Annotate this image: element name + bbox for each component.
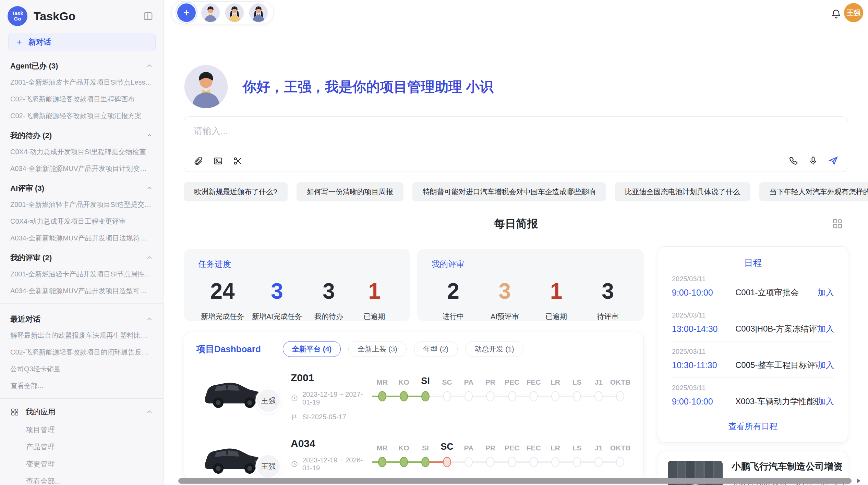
milestone: KO [393,373,414,401]
milestone-label: MR [376,373,388,386]
sidebar-item[interactable]: A034-全新新能源MUV产品开发项目计划变更表编写 [0,160,164,177]
stat-label: 新增AI完成任务 [252,312,302,321]
sidebar-item[interactable]: C02-飞腾新能源轻客改款项目里程碑画布 [0,91,164,108]
milestone-label: PEC [505,373,519,386]
flag-icon [291,413,298,421]
milestone-label: SC [441,438,454,452]
attach-file-icon[interactable] [193,156,203,166]
new-chat-button[interactable]: 新对话 [8,33,156,51]
project-code[interactable]: A034 [291,438,371,449]
sidebar-section-header[interactable]: 最近对话 [0,308,164,327]
milestone-label: LS [572,373,582,386]
suggestion-chip[interactable]: 特朗普可能对进口汽车增税会对中国车企造成哪些影响 [412,182,606,201]
add-conversation-button[interactable] [177,3,196,22]
sidebar-section-header[interactable]: AI评审 (3) [0,177,164,196]
sidebar-item[interactable]: Z001-全新燃油轻卡产品开发项目SI节点属性5D文件评审 [0,266,164,283]
join-meeting-link[interactable]: 加入 [818,323,834,334]
stat: 3 新增AI完成任务 [252,280,302,321]
milestone-dot [421,391,430,401]
send-icon[interactable] [828,155,839,166]
sidebar-item[interactable]: C02-飞腾新能源轻客改款项目的闭环通告反馈情况 [0,344,164,361]
project-code[interactable]: Z001 [291,372,371,384]
dashboard-filter[interactable]: 年型 (2) [414,341,458,357]
sidebar-item[interactable]: Z001-全新燃油皮卡产品开发项目SI节点Lesson Learn报告 [0,74,164,91]
milestone-label: PA [464,438,473,452]
horizontal-scrollbar[interactable] [178,478,852,484]
sidebar-subitem[interactable]: 变更管理 [0,456,164,473]
milestone: OKTB [610,438,631,467]
sidebar-subitem[interactable]: 查看全部... [0,473,164,485]
app-title: TaskGo [34,10,137,23]
stat-value: 3 [589,280,627,303]
avatar[interactable] [201,3,220,22]
sidebar-item[interactable]: A034-全新新能源MUV产品开发项目造型可行性评审 [0,283,164,299]
stat: 1 已逾期 [538,280,575,321]
sidebar-item[interactable]: C02-飞腾新能源轻客改款项目立项汇报方案 [0,108,164,124]
clock-icon [291,395,298,402]
schedule-item: 2025/03/11 9:00-10:00 C001-立项审批会 加入 [672,269,834,305]
briefing-stat-cards: 任务进度 24 新增完成任务 3 新增AI完成任务 3 我的待办 1 已逾期 我… [184,249,644,321]
suggestion-chip[interactable]: 比亚迪全固态电池计划具体说了什么 [615,182,750,201]
microphone-icon[interactable] [808,156,818,166]
sidebar-item[interactable]: Z001-全新燃油轻卡产品开发项目SI造型提交物评审 [0,196,164,213]
user-avatar[interactable]: 王强 [844,3,863,22]
sidebar-section-header[interactable]: 我的评审 (2) [0,247,164,266]
milestone: MR [371,373,393,401]
insert-image-icon[interactable] [213,156,223,166]
owner-badge: 王强 [255,388,281,414]
sidebar-item[interactable]: 解释最新出台的欧盟报废车法规再生塑料比例被调至15%... [0,327,164,344]
join-meeting-link[interactable]: 加入 [818,287,834,298]
notification-bell-icon[interactable] [831,8,842,19]
milestone-label: FEC [527,438,541,452]
schedule-date: 2025/03/11 [672,384,834,392]
sidebar-item[interactable]: A034-全新新能源MUV产品开发项目法规符合性评审 [0,230,164,247]
milestone-label: PR [485,373,495,386]
briefing-layout-icon[interactable] [832,218,843,229]
avatar[interactable] [249,3,268,22]
message-input[interactable] [194,126,708,136]
milestone: PR [480,438,501,467]
dashboard-filter[interactable]: 全新上装 (3) [348,341,407,357]
join-meeting-link[interactable]: 加入 [818,396,834,407]
project-car-image: 王强 [196,371,291,423]
divider [0,398,164,399]
sidebar-section-header[interactable]: Agent已办 (3) [0,55,164,74]
new-chat-label: 新对话 [28,37,51,47]
sidebar-item[interactable]: C0X4-动力总成开发项目SI里程碑提交物检查 [0,144,164,160]
recent-conversations: 最近对话 解释最新出台的欧盟报废车法规再生塑料比例被调至15%...C02-飞腾… [0,308,164,394]
suggestion-chip[interactable]: 当下年轻人对汽车外观有怎样的喜好趋势 [759,182,868,201]
project-dates: 2023-12-19 ~ 2026-01-19 [302,456,371,472]
sidebar-item[interactable]: 公司Q3轻卡销量 [0,361,164,377]
milestone-label: SI [421,373,430,386]
join-meeting-link[interactable]: 加入 [818,360,834,371]
page: Task Go TaskGo 新对话 Agent已办 (3) Z001-全新燃油… [0,0,868,485]
milestone-label: J1 [595,438,603,452]
milestone-dot [530,391,538,401]
dashboard-filter[interactable]: 动总开发 (1) [465,341,523,357]
view-all-schedule-link[interactable]: 查看所有日程 [728,414,778,439]
milestone-dot [551,391,559,401]
sidebar-item-my-apps[interactable]: 我的应用 [0,403,164,421]
stat-label: 新增完成任务 [201,312,244,321]
avatar[interactable] [225,3,244,22]
milestone-dot [465,391,473,401]
sidebar-subitem[interactable]: 产品管理 [0,438,164,456]
collapse-sidebar-icon[interactable] [143,11,153,21]
scrollbar-arrow-icon[interactable] [857,478,860,483]
suggestion-chip[interactable]: 欧洲新规最近颁布了什么? [184,182,288,201]
suggestion-chip[interactable]: 如何写一份清晰的项目周报 [297,182,403,201]
stat-value: 2 [434,280,472,303]
project-dashboard-card: 项目Dashboard 全新平台 (4)全新上装 (3)年型 (2)动总开发 (… [184,332,644,479]
view-all-conversations-link[interactable]: 查看全部... [0,377,164,394]
sidebar-section-title: 我的评审 (2) [10,253,52,263]
voice-call-icon[interactable] [788,156,798,166]
sidebar-subitem[interactable]: 项目管理 [0,421,164,438]
greeting-text: 你好，王强，我是你的项目管理助理 小识 [243,77,493,96]
milestone-dot [573,391,581,401]
chevron-up-icon [146,315,153,323]
screenshot-scissors-icon[interactable] [233,156,243,166]
sidebar-section-header[interactable]: 我的待办 (2) [0,124,164,144]
sidebar-item[interactable]: C0X4-动力总成开发项目工程变更评审 [0,213,164,230]
dashboard-filter[interactable]: 全新平台 (4) [283,341,341,357]
milestone-dot [443,457,451,467]
